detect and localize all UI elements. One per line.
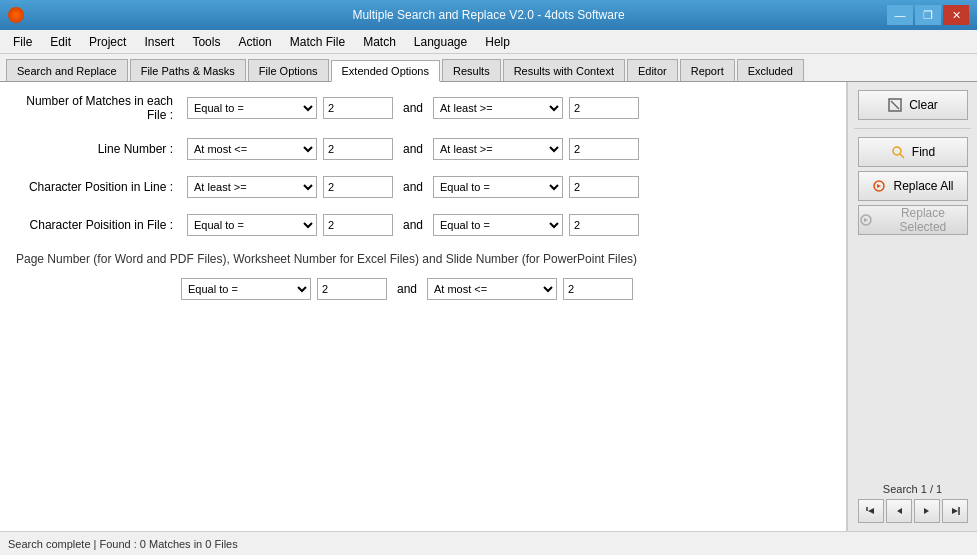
input-page-val2[interactable] — [563, 278, 633, 300]
menu-insert[interactable]: Insert — [135, 32, 183, 52]
title-bar-controls: — ❐ ✕ — [887, 5, 969, 25]
input-matches-val1[interactable] — [323, 97, 393, 119]
menu-project[interactable]: Project — [80, 32, 135, 52]
restore-button[interactable]: ❐ — [915, 5, 941, 25]
status-text: Search complete | Found : 0 Matches in 0… — [8, 538, 238, 550]
menu-edit[interactable]: Edit — [41, 32, 80, 52]
and-text-3: and — [399, 180, 427, 194]
svg-marker-7 — [868, 508, 874, 514]
menu-file[interactable]: File — [4, 32, 41, 52]
find-icon — [890, 144, 906, 160]
select-charfile-cond2[interactable]: Equal to = At least >= At most <= — [433, 214, 563, 236]
select-matches-cond1[interactable]: Equal to = At least >= At most <= — [187, 97, 317, 119]
tab-editor[interactable]: Editor — [627, 59, 678, 81]
row-line-number: Line Number : At most <= Equal to = At l… — [16, 138, 830, 160]
find-button[interactable]: Find — [858, 137, 968, 167]
select-page-cond2[interactable]: At most <= Equal to = At least >= — [427, 278, 557, 300]
tab-file-paths[interactable]: File Paths & Masks — [130, 59, 246, 81]
select-line-cond1[interactable]: At most <= Equal to = At least >= — [187, 138, 317, 160]
replace-selected-label: Replace Selected — [879, 206, 966, 234]
main-content: Number of Matches in each File : Equal t… — [0, 82, 977, 531]
tab-report[interactable]: Report — [680, 59, 735, 81]
replace-all-label: Replace All — [893, 179, 953, 193]
title-bar-left — [8, 7, 24, 23]
clear-icon — [887, 97, 903, 113]
status-bar: Search complete | Found : 0 Matches in 0… — [0, 531, 977, 555]
app-icon — [8, 7, 24, 23]
replace-all-button[interactable]: Replace All — [858, 171, 968, 201]
menu-tools[interactable]: Tools — [183, 32, 229, 52]
menu-bar: File Edit Project Insert Tools Action Ma… — [0, 30, 977, 54]
menu-help[interactable]: Help — [476, 32, 519, 52]
select-line-cond2[interactable]: At least >= Equal to = At most <= — [433, 138, 563, 160]
menu-action[interactable]: Action — [229, 32, 280, 52]
select-page-cond1[interactable]: Equal to = At least >= At most <= — [181, 278, 311, 300]
tab-file-options[interactable]: File Options — [248, 59, 329, 81]
nav-prev-button[interactable] — [886, 499, 912, 523]
tab-results[interactable]: Results — [442, 59, 501, 81]
select-charline-cond2[interactable]: Equal to = At least >= At most <= — [433, 176, 563, 198]
svg-point-2 — [893, 147, 901, 155]
input-charfile-val2[interactable] — [569, 214, 639, 236]
and-text-4: and — [399, 218, 427, 232]
label-char-pos-line: Character Position in Line : — [16, 180, 181, 194]
replace-all-icon — [871, 178, 887, 194]
tab-extended-options[interactable]: Extended Options — [331, 60, 440, 82]
input-line-val2[interactable] — [569, 138, 639, 160]
replace-selected-button[interactable]: Replace Selected — [858, 205, 968, 235]
left-panel: Number of Matches in each File : Equal t… — [0, 82, 847, 531]
title-bar-title: Multiple Search and Replace V2.0 - 4dots… — [0, 8, 977, 22]
and-text-2: and — [399, 142, 427, 156]
input-line-val1[interactable] — [323, 138, 393, 160]
select-charfile-cond1[interactable]: Equal to = At least >= At most <= — [187, 214, 317, 236]
tab-excluded[interactable]: Excluded — [737, 59, 804, 81]
svg-marker-11 — [952, 508, 958, 514]
label-matches-per-file: Number of Matches in each File : — [16, 94, 181, 122]
nav-buttons — [858, 499, 968, 523]
tab-search-replace[interactable]: Search and Replace — [6, 59, 128, 81]
row-char-pos-line: Character Position in Line : At least >=… — [16, 176, 830, 198]
tab-bar: Search and Replace File Paths & Masks Fi… — [0, 54, 977, 82]
clear-label: Clear — [909, 98, 938, 112]
menu-language[interactable]: Language — [405, 32, 476, 52]
nav-area: Search 1 / 1 — [854, 483, 971, 523]
minimize-button[interactable]: — — [887, 5, 913, 25]
input-charline-val2[interactable] — [569, 176, 639, 198]
close-button[interactable]: ✕ — [943, 5, 969, 25]
svg-marker-8 — [897, 508, 902, 514]
row-page-number: Equal to = At least >= At most <= and At… — [16, 278, 830, 300]
row-char-pos-file: Character Poisition in File : Equal to =… — [16, 214, 830, 236]
input-page-val1[interactable] — [317, 278, 387, 300]
label-char-pos-file: Character Poisition in File : — [16, 218, 181, 232]
select-charline-cond1[interactable]: At least >= Equal to = At most <= — [187, 176, 317, 198]
svg-line-1 — [891, 101, 899, 109]
svg-marker-9 — [924, 508, 929, 514]
input-matches-val2[interactable] — [569, 97, 639, 119]
svg-line-3 — [900, 154, 904, 158]
input-charline-val1[interactable] — [323, 176, 393, 198]
replace-selected-icon — [859, 212, 874, 228]
nav-next-button[interactable] — [914, 499, 940, 523]
nav-first-button[interactable] — [858, 499, 884, 523]
menu-match[interactable]: Match — [354, 32, 405, 52]
title-bar: Multiple Search and Replace V2.0 - 4dots… — [0, 0, 977, 30]
search-count: Search 1 / 1 — [883, 483, 942, 495]
select-matches-cond2[interactable]: At least >= Equal to = At most <= — [433, 97, 563, 119]
find-label: Find — [912, 145, 935, 159]
row-matches-per-file: Number of Matches in each File : Equal t… — [16, 94, 830, 122]
page-note: Page Number (for Word and PDF Files), Wo… — [16, 252, 830, 266]
nav-last-button[interactable] — [942, 499, 968, 523]
tab-results-context[interactable]: Results with Context — [503, 59, 625, 81]
clear-button[interactable]: Clear — [858, 90, 968, 120]
and-text-1: and — [399, 101, 427, 115]
menu-matchfile[interactable]: Match File — [281, 32, 354, 52]
label-line-number: Line Number : — [16, 142, 181, 156]
right-panel: Clear Find Replace All — [847, 82, 977, 531]
and-text-5: and — [393, 282, 421, 296]
input-charfile-val1[interactable] — [323, 214, 393, 236]
separator-1 — [854, 128, 971, 129]
